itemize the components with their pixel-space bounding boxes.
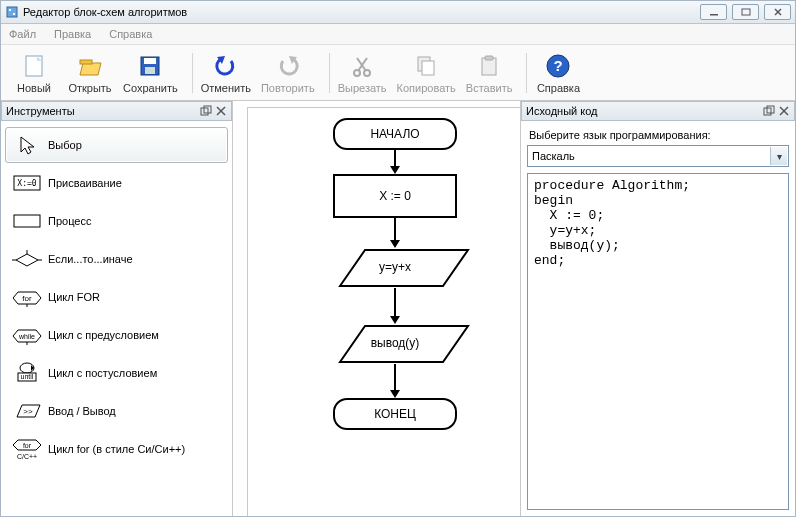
flow-process[interactable]: y=y+x — [320, 248, 470, 288]
tool-label: Если...то...иначе — [48, 253, 133, 265]
titlebar: Редактор блок-схем алгоритмов — [1, 1, 795, 24]
svg-text:>>: >> — [23, 407, 33, 416]
help-icon: ? — [544, 52, 572, 80]
app-icon — [5, 5, 19, 19]
canvas-area: НАЧАЛО X := 0 y=y+x вывод(y) — [233, 101, 521, 516]
toolbar-separator — [192, 53, 193, 93]
tool-process[interactable]: Процесс — [5, 203, 228, 239]
panel-restore-icon[interactable] — [762, 105, 775, 118]
window-title: Редактор блок-схем алгоритмов — [23, 6, 700, 18]
toolbar-separator — [526, 53, 527, 93]
panel-close-icon[interactable] — [777, 105, 790, 118]
maximize-button[interactable] — [732, 4, 759, 20]
until-loop-icon: until — [12, 362, 42, 384]
menu-file[interactable]: Файл — [9, 28, 36, 40]
tool-label: Ввод / Вывод — [48, 405, 116, 417]
menu-edit[interactable]: Правка — [54, 28, 91, 40]
paste-icon — [475, 52, 503, 80]
cut-icon — [348, 52, 376, 80]
svg-rect-12 — [144, 58, 156, 64]
flow-start-label: НАЧАЛО — [370, 127, 419, 141]
svg-rect-33 — [14, 215, 40, 227]
cursor-icon — [12, 134, 42, 156]
copy-icon — [412, 52, 440, 80]
tools-panel-title-text: Инструменты — [6, 105, 197, 117]
svg-rect-22 — [482, 58, 496, 75]
new-file-icon — [20, 52, 48, 80]
source-panel-title-text: Исходный код — [526, 105, 760, 117]
window-controls — [700, 4, 791, 20]
menu-help[interactable]: Справка — [109, 28, 152, 40]
svg-rect-2 — [13, 13, 15, 15]
tool-for[interactable]: for Цикл FOR — [5, 279, 228, 315]
flowchart-canvas[interactable]: НАЧАЛО X := 0 y=y+x вывод(y) — [247, 107, 521, 516]
source-panel: Исходный код Выберите язык программирова… — [521, 101, 795, 516]
chevron-down-icon: ▾ — [770, 147, 787, 165]
svg-text:?: ? — [554, 57, 563, 74]
tools-panel: Инструменты Выбор X:=0 — [1, 101, 233, 516]
io-icon: >> — [12, 403, 42, 419]
flow-end[interactable]: КОНЕЦ — [333, 398, 457, 430]
flow-end-label: КОНЕЦ — [374, 407, 416, 421]
for-loop-icon: for — [12, 287, 42, 307]
svg-text:C/C++: C/C++ — [17, 453, 37, 460]
svg-rect-4 — [742, 9, 750, 15]
cut-button[interactable]: Вырезать — [338, 52, 387, 94]
flow-io[interactable]: вывод(y) — [320, 324, 470, 364]
toolbar: Новый Открыть Сохранить Отменить Повтор — [1, 45, 795, 101]
redo-button[interactable]: Повторить — [261, 52, 315, 94]
language-selected: Паскаль — [532, 150, 575, 162]
app-window: Редактор блок-схем алгоритмов Файл Правк… — [0, 0, 796, 517]
tool-label: Цикл for (в стиле Си/Си++) — [48, 443, 185, 455]
decision-icon — [12, 249, 42, 269]
folder-open-icon — [76, 52, 104, 80]
redo-icon — [274, 52, 302, 80]
tool-until[interactable]: until Цикл с постусловием — [5, 355, 228, 391]
assignment-icon: X:=0 — [12, 175, 42, 191]
cfor-icon: forC/C++ — [12, 437, 42, 461]
flow-assign-label: X := 0 — [379, 189, 411, 203]
while-loop-icon: while — [12, 325, 42, 345]
close-button[interactable] — [764, 4, 791, 20]
source-body: Выберите язык программирования: Паскаль … — [521, 121, 795, 516]
tool-cfor[interactable]: forC/C++ Цикл for (в стиле Си/Си++) — [5, 431, 228, 467]
paste-button[interactable]: Вставить — [466, 52, 513, 94]
svg-text:until: until — [21, 373, 34, 380]
help-button[interactable]: ? Справка — [535, 52, 581, 94]
minimize-button[interactable] — [700, 4, 727, 20]
flow-io-label: вывод(y) — [320, 336, 470, 350]
panel-restore-icon[interactable] — [199, 105, 212, 118]
language-label: Выберите язык программирования: — [529, 129, 789, 141]
undo-button[interactable]: Отменить — [201, 52, 251, 94]
tool-select[interactable]: Выбор — [5, 127, 228, 163]
svg-text:for: for — [23, 442, 32, 449]
tool-label: Выбор — [48, 139, 82, 151]
svg-marker-9 — [80, 63, 101, 75]
svg-marker-35 — [16, 254, 38, 266]
flow-process-label: y=y+x — [320, 260, 470, 274]
flow-start[interactable]: НАЧАЛО — [333, 118, 457, 150]
new-button[interactable]: Новый — [11, 52, 57, 94]
tool-label: Процесс — [48, 215, 91, 227]
tool-list: Выбор X:=0 Присваивание Процесс — [1, 121, 232, 516]
tool-io[interactable]: >> Ввод / Вывод — [5, 393, 228, 429]
svg-rect-13 — [145, 67, 155, 74]
copy-button[interactable]: Копировать — [397, 52, 456, 94]
tools-panel-title: Инструменты — [1, 101, 232, 121]
tool-if[interactable]: Если...то...иначе — [5, 241, 228, 277]
tool-while[interactable]: while Цикл с предусловием — [5, 317, 228, 353]
save-button[interactable]: Сохранить — [123, 52, 178, 94]
source-code[interactable]: procedure Algorithm; begin X := 0; y=y+x… — [527, 173, 789, 510]
panel-close-icon[interactable] — [214, 105, 227, 118]
tool-label: Цикл с предусловием — [48, 329, 159, 341]
open-button[interactable]: Открыть — [67, 52, 113, 94]
save-icon — [136, 52, 164, 80]
language-select[interactable]: Паскаль ▾ — [527, 145, 789, 167]
tool-label: Цикл с постусловием — [48, 367, 157, 379]
source-panel-title: Исходный код — [521, 101, 795, 121]
svg-rect-21 — [422, 61, 434, 75]
tool-assignment[interactable]: X:=0 Присваивание — [5, 165, 228, 201]
flow-assign[interactable]: X := 0 — [333, 174, 457, 218]
menubar: Файл Правка Справка — [1, 24, 795, 45]
svg-rect-23 — [485, 56, 493, 60]
